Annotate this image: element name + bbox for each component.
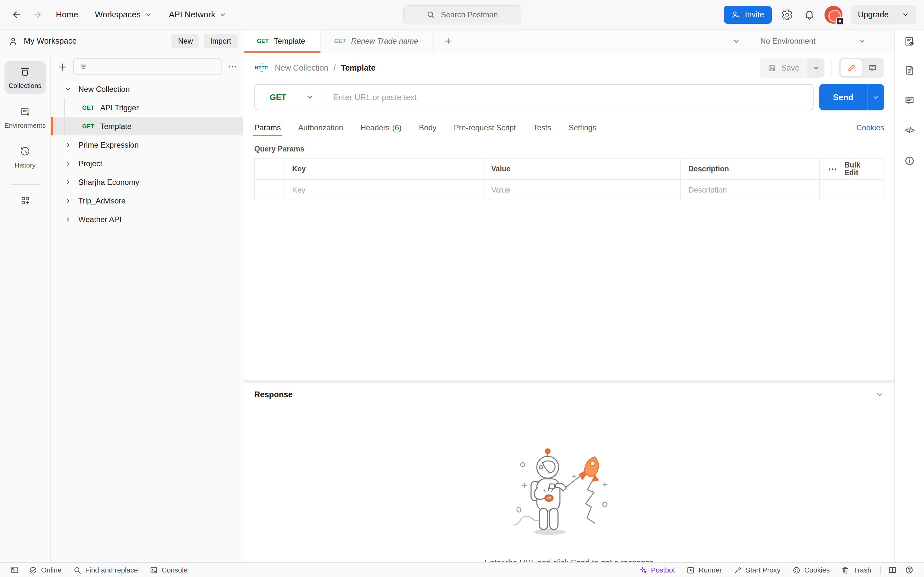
configure-sidebar-icon[interactable] [19, 195, 31, 206]
tree-request-template[interactable]: GET Template [51, 117, 243, 135]
method-selector[interactable]: GET [255, 93, 323, 102]
tree-collection-trip-advisore[interactable]: Trip_Advisore [51, 191, 243, 210]
code-snippet-icon[interactable]: </> [901, 121, 919, 139]
tree-collection-weather-api[interactable]: Weather API [51, 210, 243, 229]
online-status[interactable]: Online [23, 566, 68, 574]
response-pane: Response [244, 383, 895, 562]
workspace-title[interactable]: My Workspace [24, 37, 77, 45]
upgrade-button[interactable]: Upgrade [851, 5, 916, 24]
save-button-group: Save [759, 58, 824, 77]
breadcrumb-request-name[interactable]: Template [341, 63, 376, 72]
collections-panel: New Collection GET API Trigger GET Templ… [50, 53, 243, 562]
tab-settings[interactable]: Settings [569, 117, 597, 138]
tree-request-api-trigger[interactable]: GET API Trigger [51, 98, 243, 117]
request-tabstrip: GET Template GET Renew Trade name No Env… [244, 29, 895, 53]
collapse-response-chevron-icon[interactable] [875, 390, 884, 399]
invite-button[interactable]: Invite [724, 6, 772, 24]
cookies-button[interactable]: Cookies [786, 566, 836, 574]
settings-gear-icon[interactable] [780, 8, 794, 22]
collections-filter-input[interactable] [73, 58, 221, 75]
param-key-input[interactable] [292, 185, 475, 194]
bulk-edit-link[interactable]: Bulk Edit [844, 161, 876, 177]
nav-home[interactable]: Home [50, 6, 84, 23]
find-and-replace[interactable]: Find and replace [68, 566, 144, 574]
send-options-chevron-icon[interactable] [867, 84, 884, 110]
toggle-sidebar-icon[interactable] [6, 566, 23, 574]
bulk-edit-cell: Bulk Edit [819, 158, 884, 179]
import-button[interactable]: Import [204, 34, 237, 48]
breadcrumb-collection[interactable]: New Collection [275, 63, 329, 72]
tree-collection-new-collection[interactable]: New Collection [51, 80, 243, 98]
environment-selector[interactable]: No Environment [749, 29, 895, 53]
rail-history[interactable]: History [5, 140, 45, 173]
tab-authorization[interactable]: Authorization [298, 117, 343, 138]
tab-body[interactable]: Body [419, 117, 437, 138]
cookies-link[interactable]: Cookies [856, 123, 884, 132]
http-request-icon: HTTP [254, 62, 268, 74]
new-tab-icon[interactable] [434, 29, 462, 53]
console-button[interactable]: Console [144, 566, 194, 574]
environment-quick-look-icon[interactable] [903, 29, 916, 53]
back-icon[interactable] [9, 7, 24, 22]
main-area: GET Template GET Renew Trade name No Env… [244, 29, 895, 562]
top-actions: Invite Upgrade [724, 0, 916, 29]
chevron-down-icon [305, 93, 314, 102]
rail-collections[interactable]: Collections [5, 61, 45, 94]
sidebar-rail: Collections Environments History [0, 53, 50, 562]
top-bar: Home Workspaces API Network Search Postm… [0, 0, 924, 29]
row-select-cell[interactable] [255, 180, 284, 200]
save-options-chevron-icon[interactable] [807, 58, 824, 77]
documentation-icon[interactable] [901, 61, 919, 79]
comment-icon[interactable] [862, 59, 883, 76]
add-collection-icon[interactable] [58, 62, 68, 72]
comments-icon[interactable] [901, 91, 919, 109]
url-input[interactable] [324, 93, 813, 102]
runner-play-icon [687, 566, 695, 574]
more-actions-icon[interactable] [828, 164, 837, 174]
select-all-cell[interactable] [255, 158, 284, 179]
help-icon[interactable] [901, 566, 918, 574]
rail-environments[interactable]: Environments [5, 101, 45, 134]
nav-workspaces[interactable]: Workspaces [89, 6, 158, 23]
tree-collection-prime-expression[interactable]: Prime Expression [51, 135, 243, 154]
send-button-group: Send [819, 84, 884, 110]
chevron-right-icon [64, 160, 72, 167]
runner-button[interactable]: Runner [681, 566, 727, 574]
select-windows-icon[interactable] [884, 566, 901, 574]
response-empty-state: Enter the URL and click Send to get a re… [244, 448, 895, 567]
notifications-bell-icon[interactable] [803, 8, 816, 21]
tab-pre-request-script[interactable]: Pre-request Script [454, 117, 516, 138]
param-value-input[interactable] [491, 185, 672, 194]
send-button[interactable]: Send [819, 84, 867, 110]
user-avatar[interactable] [824, 6, 842, 24]
tab-tests[interactable]: Tests [533, 117, 551, 138]
tab-template[interactable]: GET Template [244, 29, 321, 53]
global-search[interactable]: Search Postman [403, 5, 521, 24]
postbot-button[interactable]: Postbot [633, 566, 681, 574]
tab-renew-trade-name[interactable]: GET Renew Trade name [321, 29, 434, 53]
edit-pencil-icon[interactable] [840, 59, 862, 76]
divider [880, 566, 881, 574]
forward-icon[interactable] [29, 7, 45, 22]
tree-collection-project[interactable]: Project [51, 154, 243, 172]
collections-tree: New Collection GET API Trigger GET Templ… [51, 80, 243, 562]
status-bar: Online Find and replace Console Postbot … [0, 562, 924, 577]
info-icon[interactable] [901, 152, 919, 169]
astronaut-rocket-illustration [508, 448, 630, 543]
console-icon [150, 566, 158, 574]
more-actions-icon[interactable] [227, 61, 237, 72]
param-description-input[interactable] [689, 185, 812, 194]
tree-collection-sharjha-economy[interactable]: Sharjha Economy [51, 172, 243, 191]
nav-api-network[interactable]: API Network [163, 6, 233, 23]
chevron-down-icon [219, 11, 227, 18]
tab-params[interactable]: Params [254, 117, 281, 138]
trash-button[interactable]: Trash [836, 566, 877, 574]
new-button[interactable]: New [172, 34, 199, 48]
save-button[interactable]: Save [759, 58, 807, 77]
pane-splitter[interactable] [244, 380, 895, 383]
save-floppy-icon [767, 63, 776, 72]
tab-overflow-chevron-icon[interactable] [724, 29, 749, 53]
check-circle-icon [29, 566, 37, 574]
tab-headers[interactable]: Headers(6) [361, 117, 402, 138]
start-proxy-button[interactable]: Start Proxy [727, 566, 786, 574]
